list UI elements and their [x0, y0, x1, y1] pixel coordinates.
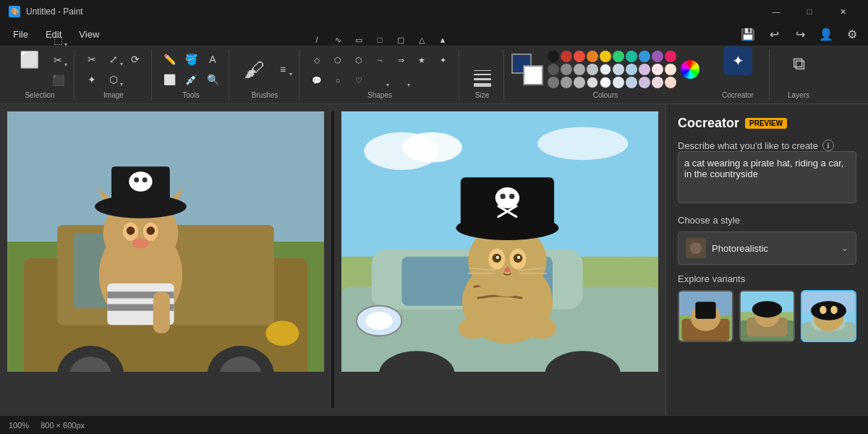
shape-outline-btn[interactable]: ▾	[391, 71, 411, 90]
select-invert-tool[interactable]: ⬛	[48, 71, 68, 90]
svg-rect-27	[135, 186, 146, 190]
shape-fill-btn[interactable]: ▾	[370, 71, 390, 90]
color-r3-9[interactable]	[652, 77, 663, 88]
color-r3-3[interactable]	[574, 77, 585, 88]
color-red[interactable]	[574, 51, 585, 62]
brush-type-btn[interactable]: ≡▾	[273, 60, 293, 79]
color-r3-5[interactable]	[600, 77, 611, 88]
describe-label: Describe what you'd like to create	[678, 140, 818, 151]
color-black[interactable]	[548, 51, 559, 62]
select-rect-tool[interactable]: ⬚▾	[48, 30, 68, 49]
text-tool[interactable]: A	[203, 50, 223, 69]
close-button[interactable]: ✕	[826, 0, 859, 23]
color-green[interactable]	[613, 51, 624, 62]
speech-tool[interactable]: 💬	[307, 71, 327, 90]
background-remove-tool[interactable]: ⬡▾	[103, 70, 124, 89]
triangle-tool[interactable]: △	[412, 30, 432, 49]
ribbon-group-tools: ✏️ 🪣 A ⬜ 💉 🔍 Tools	[153, 49, 229, 101]
rotate-tool[interactable]: ⟳	[125, 50, 145, 69]
ellipse-tool[interactable]: ○	[328, 71, 348, 90]
color-white[interactable]	[600, 64, 611, 75]
color-teal[interactable]	[626, 51, 637, 62]
size-3[interactable]	[474, 78, 491, 80]
selection-big-tool[interactable]: ⬜	[12, 40, 46, 80]
size-2[interactable]	[474, 74, 491, 75]
color-wheel[interactable]	[681, 60, 699, 79]
arrow-tool[interactable]: →	[370, 51, 390, 69]
color-r3-4[interactable]	[587, 77, 598, 88]
pentagon-tool[interactable]: ⬠	[328, 51, 348, 69]
color-blue[interactable]	[639, 51, 650, 62]
color-dark-red[interactable]	[561, 51, 572, 62]
color-r3-1[interactable]	[548, 77, 559, 88]
star-tool[interactable]: ★	[412, 51, 432, 69]
size-1[interactable]	[474, 70, 491, 71]
color-yellow[interactable]	[600, 51, 611, 62]
line-tool[interactable]: /	[307, 30, 327, 49]
rect-outline-tool[interactable]: □	[370, 30, 390, 49]
magnifier-tool[interactable]: 🔍	[203, 70, 223, 89]
user-icon[interactable]: 👤	[816, 27, 836, 43]
arrow2-tool[interactable]: ⇒	[391, 51, 411, 69]
variant-2[interactable]	[739, 290, 795, 342]
triangle-fill-tool[interactable]: ▲	[433, 30, 453, 49]
crop-tool[interactable]: ✂	[82, 50, 102, 69]
color-gray2[interactable]	[561, 64, 572, 75]
color-peach[interactable]	[665, 64, 676, 75]
brush-big-tool[interactable]: 🖌	[237, 49, 271, 90]
titlebar-controls[interactable]: — □ ✕	[760, 0, 859, 23]
color-gray1[interactable]	[548, 64, 559, 75]
resize-tool[interactable]: ⤢▾	[103, 50, 124, 69]
color-gray3[interactable]	[574, 64, 585, 75]
color-orange[interactable]	[587, 51, 598, 62]
eraser-tool[interactable]: ⬜	[159, 70, 179, 89]
ribbon-group-cocreator[interactable]: ✦ Cocreator	[707, 49, 770, 101]
color-r3-6[interactable]	[613, 77, 624, 88]
heart-tool[interactable]: ♡	[349, 71, 369, 90]
minimize-button[interactable]: —	[760, 0, 793, 23]
info-icon[interactable]: ℹ	[822, 140, 834, 151]
ribbon-group-layers[interactable]: ⧉ Layers	[771, 49, 826, 101]
cocreator-button[interactable]: ✦	[712, 46, 763, 90]
shapes-set: / ∿ ▭ □ ▢ △ ▲ ◇ ⬠ ⬡ → ⇒ ★ ✦ 💬 ○ ♡ ▾	[307, 30, 453, 90]
color-purple[interactable]	[652, 51, 663, 62]
variant-3[interactable]	[801, 290, 856, 342]
color-r3-2[interactable]	[561, 77, 572, 88]
menu-view[interactable]: View	[72, 26, 106, 43]
maximize-button[interactable]: □	[793, 0, 826, 23]
more-shapes-btn[interactable]: ✦	[433, 51, 453, 69]
hexagon-tool[interactable]: ⬡	[349, 51, 369, 69]
eyedropper-tool[interactable]: 💉	[181, 70, 201, 89]
color-sky[interactable]	[626, 64, 637, 75]
style-selector[interactable]: Photorealistic ⌄	[678, 231, 856, 265]
fill-tool[interactable]: 🪣	[181, 50, 201, 69]
ribbon-group-brushes: 🖌 ≡▾ Brushes	[231, 49, 299, 101]
rect-tool[interactable]: ▭	[349, 30, 369, 49]
variants-grid	[678, 290, 856, 342]
curve-tool[interactable]: ∿	[328, 30, 348, 49]
color-silver[interactable]	[587, 64, 598, 75]
diamond-tool[interactable]: ◇	[307, 51, 327, 69]
rect-round-tool[interactable]: ▢	[391, 30, 411, 49]
color-r3-8[interactable]	[639, 77, 650, 88]
svg-point-33	[537, 127, 628, 160]
statusbar: 100% 800 × 600px	[0, 415, 868, 434]
variant-1[interactable]	[678, 290, 733, 342]
settings-icon[interactable]: ⚙	[842, 27, 862, 43]
color-pink[interactable]	[665, 51, 676, 62]
redo-button[interactable]: ↪	[790, 27, 810, 43]
color-rose[interactable]	[652, 64, 663, 75]
pencil-tool[interactable]: ✏️	[159, 50, 179, 69]
background-color[interactable]	[523, 65, 543, 85]
undo-button[interactable]: ↩	[764, 27, 784, 43]
select-free-tool[interactable]: ✂▾	[48, 51, 68, 69]
color-lavender[interactable]	[639, 64, 650, 75]
size-4[interactable]	[474, 83, 491, 87]
magic-select-tool[interactable]: ✦	[82, 70, 102, 89]
save-button[interactable]: 💾	[738, 27, 758, 43]
color-r3-7[interactable]	[626, 77, 637, 88]
color-lt-blue[interactable]	[613, 64, 624, 75]
color-r3-10[interactable]	[665, 77, 676, 88]
prompt-input[interactable]: a cat wearing a pirate hat, riding a car…	[678, 151, 856, 203]
layers-button[interactable]: ⧉	[777, 51, 820, 90]
